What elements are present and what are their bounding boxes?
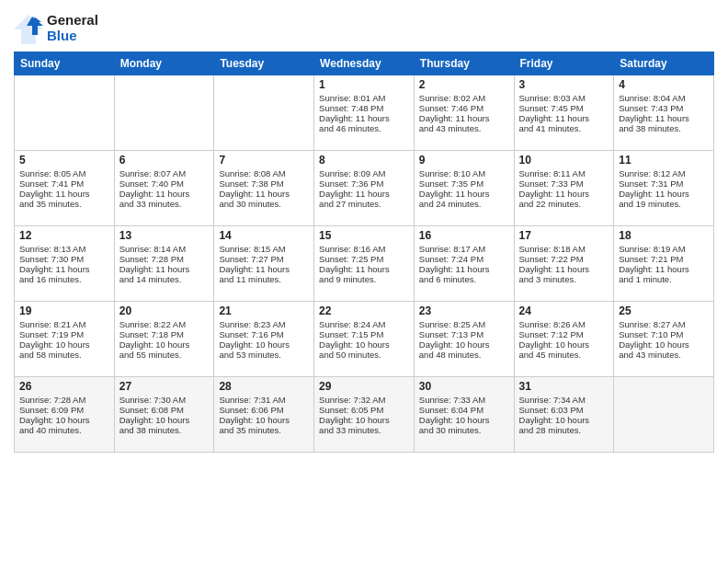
day-info-line: Sunset: 7:31 PM bbox=[619, 178, 709, 189]
day-info-line: and 55 minutes. bbox=[119, 350, 210, 360]
day-number: 14 bbox=[219, 229, 309, 242]
day-cell: 17Sunrise: 8:18 AMSunset: 7:22 PMDayligh… bbox=[514, 226, 614, 302]
day-info-line: and 6 minutes. bbox=[419, 274, 509, 284]
day-info-line: Daylight: 11 hours bbox=[419, 189, 509, 199]
day-info-line: Sunset: 6:08 PM bbox=[119, 405, 210, 415]
day-info-line: and 9 minutes. bbox=[319, 274, 409, 284]
day-info-line: Daylight: 10 hours bbox=[519, 339, 609, 350]
day-info-line: and 38 minutes. bbox=[119, 425, 210, 435]
weekday-header-row: SundayMondayTuesdayWednesdayThursdayFrid… bbox=[15, 52, 714, 75]
day-number: 9 bbox=[419, 154, 509, 167]
day-info-line: Sunset: 7:22 PM bbox=[519, 254, 609, 264]
day-info-line: and 14 minutes. bbox=[119, 274, 210, 284]
week-row-3: 19Sunrise: 8:21 AMSunset: 7:19 PMDayligh… bbox=[15, 302, 714, 377]
day-info-line: and 30 minutes. bbox=[219, 199, 309, 209]
day-number: 5 bbox=[19, 154, 109, 167]
day-info-line: Sunset: 7:24 PM bbox=[419, 254, 509, 264]
day-number: 8 bbox=[319, 154, 409, 167]
day-info-line: Sunrise: 8:17 AM bbox=[419, 244, 509, 254]
day-info-line: Sunset: 6:09 PM bbox=[19, 405, 109, 415]
day-info-line: Sunrise: 8:15 AM bbox=[219, 244, 309, 254]
day-info-line: Sunset: 7:35 PM bbox=[419, 178, 509, 189]
weekday-tuesday: Tuesday bbox=[214, 52, 314, 75]
week-row-0: 1Sunrise: 8:01 AMSunset: 7:48 PMDaylight… bbox=[15, 75, 714, 151]
day-number: 24 bbox=[519, 304, 609, 317]
day-cell: 30Sunrise: 7:33 AMSunset: 6:04 PMDayligh… bbox=[414, 377, 514, 453]
day-info-line: Daylight: 11 hours bbox=[319, 113, 409, 123]
day-info-line: Daylight: 10 hours bbox=[419, 339, 509, 350]
day-cell: 14Sunrise: 8:15 AMSunset: 7:27 PMDayligh… bbox=[214, 226, 314, 302]
day-info-line: and 19 minutes. bbox=[619, 199, 709, 209]
day-number: 23 bbox=[419, 304, 509, 317]
day-number: 11 bbox=[619, 154, 709, 167]
day-info-line: Sunrise: 8:21 AM bbox=[19, 319, 109, 329]
day-info-line: Sunset: 7:45 PM bbox=[519, 103, 609, 113]
day-info-line: Daylight: 11 hours bbox=[519, 189, 609, 199]
day-info-line: and 53 minutes. bbox=[219, 350, 309, 360]
day-info-line: Sunset: 7:18 PM bbox=[119, 329, 210, 339]
day-info-line: Daylight: 10 hours bbox=[219, 415, 309, 425]
day-info-line: Daylight: 11 hours bbox=[519, 264, 609, 274]
day-info-line: Daylight: 11 hours bbox=[519, 113, 609, 123]
day-number: 28 bbox=[219, 380, 309, 393]
day-info-line: and 16 minutes. bbox=[19, 274, 109, 284]
day-cell bbox=[114, 75, 214, 151]
week-row-1: 5Sunrise: 8:05 AMSunset: 7:41 PMDaylight… bbox=[15, 151, 714, 226]
day-number: 13 bbox=[119, 229, 210, 242]
day-number: 4 bbox=[619, 78, 709, 91]
day-cell: 2Sunrise: 8:02 AMSunset: 7:46 PMDaylight… bbox=[414, 75, 514, 151]
day-number: 2 bbox=[419, 78, 509, 91]
day-info-line: and 1 minute. bbox=[619, 274, 709, 284]
day-info-line: Sunrise: 8:10 AM bbox=[419, 168, 509, 178]
day-number: 15 bbox=[319, 229, 409, 242]
day-cell: 18Sunrise: 8:19 AMSunset: 7:21 PMDayligh… bbox=[614, 226, 714, 302]
day-info-line: Sunrise: 7:28 AM bbox=[19, 395, 109, 405]
day-info-line: Daylight: 11 hours bbox=[319, 264, 409, 274]
day-number: 22 bbox=[319, 304, 409, 317]
day-info-line: Sunrise: 8:13 AM bbox=[19, 244, 109, 254]
day-info-line: Sunrise: 8:03 AM bbox=[519, 93, 609, 103]
day-number: 3 bbox=[519, 78, 609, 91]
day-info-line: Sunset: 6:03 PM bbox=[519, 405, 609, 415]
day-info-line: and 41 minutes. bbox=[519, 123, 609, 133]
day-cell: 27Sunrise: 7:30 AMSunset: 6:08 PMDayligh… bbox=[114, 377, 214, 453]
day-info-line: Daylight: 10 hours bbox=[619, 339, 709, 350]
day-number: 16 bbox=[419, 229, 509, 242]
day-info-line: Sunrise: 8:12 AM bbox=[619, 168, 709, 178]
day-cell: 24Sunrise: 8:26 AMSunset: 7:12 PMDayligh… bbox=[514, 302, 614, 377]
day-info-line: Sunrise: 8:26 AM bbox=[519, 319, 609, 329]
weekday-monday: Monday bbox=[114, 52, 214, 75]
day-info-line: Daylight: 11 hours bbox=[219, 189, 309, 199]
day-info-line: Daylight: 10 hours bbox=[219, 339, 309, 350]
day-info-line: and 22 minutes. bbox=[519, 199, 609, 209]
day-info-line: Sunrise: 8:18 AM bbox=[519, 244, 609, 254]
day-number: 17 bbox=[519, 229, 609, 242]
day-info-line: and 24 minutes. bbox=[419, 199, 509, 209]
day-info-line: Sunset: 7:15 PM bbox=[319, 329, 409, 339]
page-header: General Blue bbox=[14, 9, 714, 44]
day-info-line: Daylight: 11 hours bbox=[319, 189, 409, 199]
day-cell bbox=[614, 377, 714, 453]
day-info-line: and 38 minutes. bbox=[619, 123, 709, 133]
day-info-line: Daylight: 11 hours bbox=[619, 189, 709, 199]
week-row-4: 26Sunrise: 7:28 AMSunset: 6:09 PMDayligh… bbox=[15, 377, 714, 453]
day-info-line: and 27 minutes. bbox=[319, 199, 409, 209]
day-cell: 22Sunrise: 8:24 AMSunset: 7:15 PMDayligh… bbox=[314, 302, 415, 377]
day-info-line: Daylight: 11 hours bbox=[419, 113, 509, 123]
day-info-line: Sunrise: 8:07 AM bbox=[119, 168, 210, 178]
day-info-line: Daylight: 10 hours bbox=[319, 415, 409, 425]
day-info-line: Sunset: 7:36 PM bbox=[319, 178, 409, 189]
day-info-line: Sunset: 6:05 PM bbox=[319, 405, 409, 415]
day-info-line: and 50 minutes. bbox=[319, 350, 409, 360]
day-number: 30 bbox=[419, 380, 509, 393]
day-info-line: Sunrise: 8:22 AM bbox=[119, 319, 210, 329]
day-cell: 13Sunrise: 8:14 AMSunset: 7:28 PMDayligh… bbox=[114, 226, 214, 302]
weekday-wednesday: Wednesday bbox=[314, 52, 415, 75]
day-info-line: Daylight: 11 hours bbox=[119, 189, 210, 199]
day-info-line: Sunrise: 8:19 AM bbox=[619, 244, 709, 254]
day-info-line: and 35 minutes. bbox=[19, 199, 109, 209]
day-info-line: Sunset: 6:04 PM bbox=[419, 405, 509, 415]
calendar-table: SundayMondayTuesdayWednesdayThursdayFrid… bbox=[14, 52, 714, 453]
day-info-line: Sunrise: 7:30 AM bbox=[119, 395, 210, 405]
day-info-line: Sunset: 6:06 PM bbox=[219, 405, 309, 415]
